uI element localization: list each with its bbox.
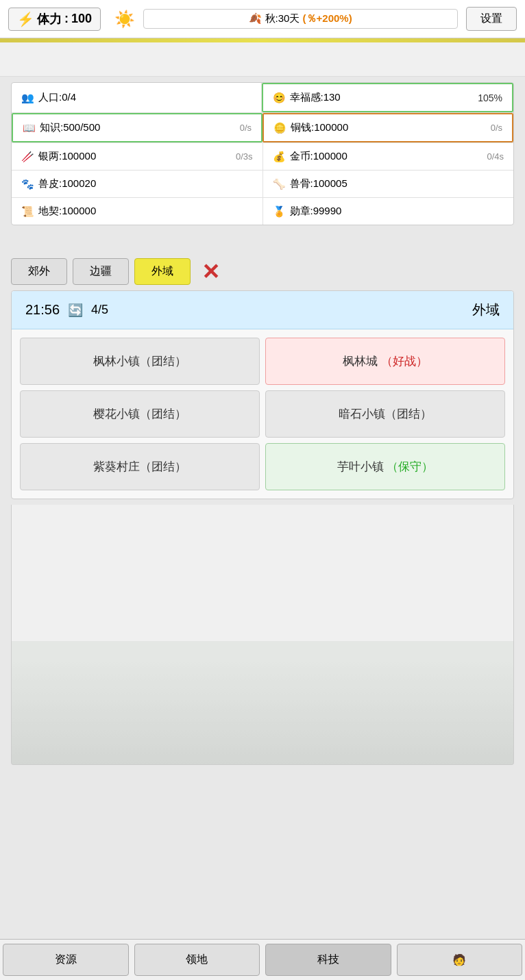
location-fenglin-town[interactable]: 枫林小镇（团结）	[20, 338, 260, 385]
bone-cell: 🦴 兽骨:100005	[263, 171, 514, 197]
silver-rate: 0/3s	[236, 151, 253, 162]
deed-value: 地契:100000	[38, 205, 96, 218]
hide-cell: 🐾 兽皮:100020	[12, 171, 263, 197]
stats-row-5: 📜 地契:100000 🏅 勋章:99990	[12, 198, 513, 225]
people-icon: 👥	[21, 92, 34, 104]
silver-value: 银两:100000	[38, 150, 96, 163]
gold-icon: 💰	[273, 151, 286, 163]
timer-row: 21:56 🔄 4/5 外域	[12, 291, 513, 329]
sun-icon: ☀️	[114, 10, 135, 29]
coin-icon: 🪙	[273, 122, 286, 134]
population-value: 人口:0/4	[38, 91, 76, 104]
lightning-icon: ⚡	[17, 11, 34, 27]
outer-domain-panel: 21:56 🔄 4/5 外域 枫林小镇（团结） 枫林城 （好战） 樱花小镇（团结…	[11, 290, 514, 499]
lower-decoration	[12, 641, 513, 764]
timer-value: 21:56	[25, 302, 60, 318]
happiness-pct: 105%	[478, 92, 502, 103]
stats-row-1: 👥 人口:0/4 😊 幸福感:130 105%	[12, 83, 513, 113]
nav-territory[interactable]: 领地	[134, 944, 260, 976]
book-icon: 📖	[23, 122, 36, 134]
tab-suburbs[interactable]: 郊外	[11, 258, 67, 285]
location-tabs: 郊外 边疆 外域 ✕	[0, 250, 525, 285]
close-button[interactable]: ✕	[202, 259, 220, 285]
happiness-value: 幸福感:130	[290, 91, 341, 104]
avatar-icon: 🧑	[452, 953, 466, 966]
stamina-box: ⚡ 体力 : 100	[8, 8, 101, 31]
knowledge-value: 知识:500/500	[40, 121, 100, 134]
tab-frontier[interactable]: 边疆	[73, 258, 129, 285]
medal-value: 勋章:99990	[290, 205, 342, 218]
bone-value: 兽骨:100005	[290, 177, 347, 190]
smile-icon: 😊	[273, 92, 286, 104]
locations-grid: 枫林小镇（团结） 枫林城 （好战） 樱花小镇（团结） 暗石小镇（团结） 紫葵村庄…	[12, 329, 513, 499]
stats-row-4: 🐾 兽皮:100020 🦴 兽骨:100005	[12, 171, 513, 198]
deed-cell: 📜 地契:100000	[12, 198, 263, 225]
knowledge-cell: 📖 知识:500/500 0/s	[12, 113, 262, 142]
copper-cell: 🪙 铜钱:100000 0/s	[262, 113, 513, 142]
lower-area	[11, 505, 514, 765]
medal-cell: 🏅 勋章:99990	[263, 198, 514, 225]
stats-row-2: 📖 知识:500/500 0/s 🪙 铜钱:100000 0/s	[12, 113, 513, 143]
stats-row-3: 🥢 银两:100000 0/3s 💰 金币:100000 0/4s	[12, 143, 513, 171]
stamina-separator: :	[64, 12, 69, 26]
settings-button[interactable]: 设置	[466, 7, 517, 31]
gold-value: 金币:100000	[290, 150, 347, 163]
silver-icon: 🥢	[21, 151, 34, 163]
hide-icon: 🐾	[21, 178, 34, 190]
nav-technology[interactable]: 科技	[265, 944, 391, 976]
bottom-nav: 资源 领地 科技 🧑	[0, 939, 525, 980]
copper-rate: 0/s	[491, 123, 502, 133]
location-taro-town[interactable]: 芋叶小镇 （保守）	[265, 443, 505, 490]
location-darkstone-town[interactable]: 暗石小镇（团结）	[265, 390, 505, 438]
top-spacer	[0, 42, 525, 77]
stamina-label: 体力	[37, 11, 62, 27]
location-fenglin-city[interactable]: 枫林城 （好战）	[265, 338, 505, 385]
gold-rate: 0/4s	[487, 151, 504, 162]
refresh-icon[interactable]: 🔄	[68, 303, 83, 318]
location-sakura-town[interactable]: 樱花小镇（团结）	[20, 390, 260, 438]
medal-icon: 🏅	[273, 205, 286, 218]
knowledge-rate: 0/s	[240, 123, 252, 133]
silver-cell: 🥢 银两:100000 0/3s	[12, 143, 263, 170]
gold-cell: 💰 金币:100000 0/4s	[263, 143, 514, 170]
nav-extra[interactable]: 🧑	[397, 944, 523, 976]
mid-spacer	[0, 231, 525, 250]
season-box: 🍂 秋:30天 (％+200%)	[143, 9, 458, 29]
copper-value: 铜钱:100000	[291, 121, 348, 134]
top-bar: ⚡ 体力 : 100 ☀️ 🍂 秋:30天 (％+200%) 设置	[0, 0, 525, 38]
nav-resources[interactable]: 资源	[3, 944, 129, 976]
population-cell: 👥 人口:0/4	[12, 83, 262, 112]
stamina-value: 100	[71, 12, 92, 26]
party-count: 4/5	[91, 303, 108, 317]
season-text: 🍂 秋:30天 (％+200%)	[249, 12, 352, 24]
stats-panel: 👥 人口:0/4 😊 幸福感:130 105% 📖 知识:500/500 0/s…	[11, 82, 514, 225]
tab-outer-domain[interactable]: 外域	[134, 258, 191, 285]
domain-label: 外域	[472, 301, 500, 319]
happiness-cell: 😊 幸福感:130 105%	[262, 83, 514, 112]
hide-value: 兽皮:100020	[38, 177, 96, 190]
bone-icon: 🦴	[273, 178, 286, 190]
location-violet-village[interactable]: 紫葵村庄（团结）	[20, 443, 260, 490]
deed-icon: 📜	[21, 205, 34, 218]
